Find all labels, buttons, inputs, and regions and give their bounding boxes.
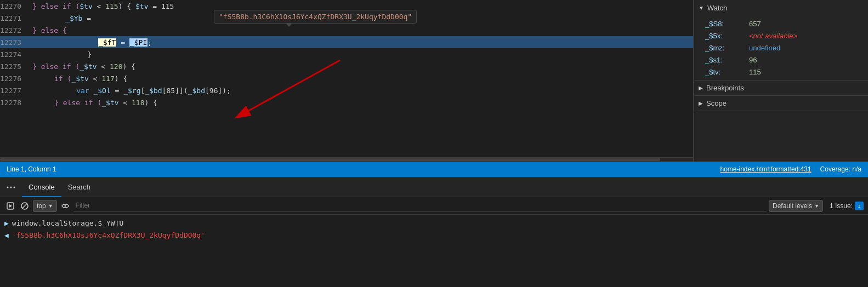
dropdown-arrow-icon: ▼ [48,203,53,209]
console-wrapper: Console Search top ▼ [0,177,868,287]
block-button[interactable] [19,200,31,212]
file-link[interactable]: home-index.html:formatted:431 [721,165,812,173]
status-bar: Line 1, Column 1 home-index.html:formatt… [0,162,868,177]
watch-name-s8: _$S8: [705,20,749,28]
watch-item-tv: _$tv: 115 [694,66,868,78]
watch-name-5x: _$5x: [705,32,749,40]
svg-point-3 [10,186,12,188]
result-arrow-icon: ◀ [4,231,9,239]
issues-badge: 1 Issue: i [830,202,864,210]
svg-text:i: i [858,204,861,209]
svg-point-2 [7,186,9,188]
tab-console[interactable]: Console [22,177,61,197]
execute-button[interactable] [4,200,16,212]
expand-command-icon[interactable]: ▶ [4,219,9,227]
watch-item-5x: _$5x: <not available> [694,30,868,42]
levels-dropdown-icon: ▼ [814,203,819,209]
code-line-12277: 12277 var _$Ol = _$rg[_$bd[85]](_$bd[96]… [0,84,693,96]
tab-search[interactable]: Search [61,177,97,197]
console-panel: Console Search top ▼ [0,177,868,287]
console-result-text: 'fS5B8b.h3C6hX1OsJ6Yc4xQZfDRX3U_2kUqyfDd… [12,231,205,239]
top-selector[interactable]: top ▼ [33,200,57,212]
breakpoints-chevron-icon: ▶ [699,85,703,91]
right-panel: ▼ Watch _$S8: 657 _$5x: <not available> … [694,0,868,162]
code-line-12276: 12276 if (_$tv < 117) { [0,72,693,84]
code-line-12272: 12272 } else { [0,24,693,36]
watch-item-s8: _$S8: 657 [694,18,868,30]
code-line-12273: 12273 _$fT = _$PI; [0,36,693,48]
execute-icon [7,202,14,210]
svg-marker-6 [9,204,12,208]
status-right: home-index.html:formatted:431 Coverage: … [721,165,861,173]
default-levels-selector[interactable]: Default levels ▼ [769,200,823,212]
watch-value-s1: 96 [749,56,757,64]
watch-name-tv: _$tv: [705,68,749,76]
watch-value-mz: undefined [749,44,780,52]
console-toolbar: top ▼ Default levels ▼ 1 Issue: i [0,197,868,215]
code-line-12278: 12278 } else if (_$tv < 118) { [0,96,693,108]
variable-tooltip: "fS5B8b.h3C6hX1OsJ6Yc4xQZfDRX3U_2kUqyfDd… [214,10,417,24]
watch-value-5x: <not available> [749,32,797,40]
issues-icon: i [855,202,864,210]
code-line-12275: 12275 } else if (_$tv < 120) { [0,60,693,72]
svg-point-4 [14,186,15,188]
scrollbar-thumb[interactable] [0,158,660,161]
console-command-text: window.localStorage.$_YWTU [12,219,124,227]
console-line-command: ▶ window.localStorage.$_YWTU [0,217,868,229]
console-tabs-bar: Console Search [0,177,868,197]
scope-section-header[interactable]: ▶ Scope [694,96,868,111]
code-line-12274: 12274 } [0,48,693,60]
watch-section: ▼ Watch _$S8: 657 _$5x: <not available> … [694,0,868,81]
svg-line-8 [22,204,27,208]
watch-name-mz: _$mz: [705,44,749,52]
eye-icon [61,202,69,210]
breakpoints-section-header[interactable]: ▶ Breakpoints [694,81,868,96]
breakpoints-title: Breakpoints [706,84,744,92]
cursor-position: Line 1, Column 1 [7,165,56,173]
watch-chevron-icon: ▼ [699,5,704,11]
watch-item-s1: _$s1: 96 [694,54,868,66]
block-icon [21,202,29,210]
watch-section-header[interactable]: ▼ Watch [694,0,868,15]
console-menu-icon[interactable] [4,181,18,194]
watch-name-s1: _$s1: [705,56,749,64]
code-editor: "fS5B8b.h3C6hX1OsJ6Yc4xQZfDRX3U_2kUqyfDd… [0,0,694,162]
watch-items-list: _$S8: 657 _$5x: <not available> _$mz: un… [694,15,868,80]
console-content: ▶ window.localStorage.$_YWTU ◀ 'fS5B8b.h… [0,215,868,287]
scope-chevron-icon: ▶ [699,100,703,106]
watch-title: Watch [707,4,727,12]
coverage-status: Coverage: n/a [820,165,861,173]
code-lines-container: "fS5B8b.h3C6hX1OsJ6Yc4xQZfDRX3U_2kUqyfDd… [0,0,693,157]
horizontal-scrollbar[interactable] [0,157,693,162]
svg-point-10 [64,205,66,206]
watch-value-tv: 115 [749,68,761,76]
watch-item-mz: _$mz: undefined [694,42,868,54]
watch-value-s8: 657 [749,20,761,28]
three-dots-icon [7,183,15,192]
eye-button[interactable] [59,200,71,212]
scope-title: Scope [706,99,727,107]
filter-input[interactable] [73,200,767,211]
console-line-result: ◀ 'fS5B8b.h3C6hX1OsJ6Yc4xQZfDRX3U_2kUqyf… [0,229,868,241]
